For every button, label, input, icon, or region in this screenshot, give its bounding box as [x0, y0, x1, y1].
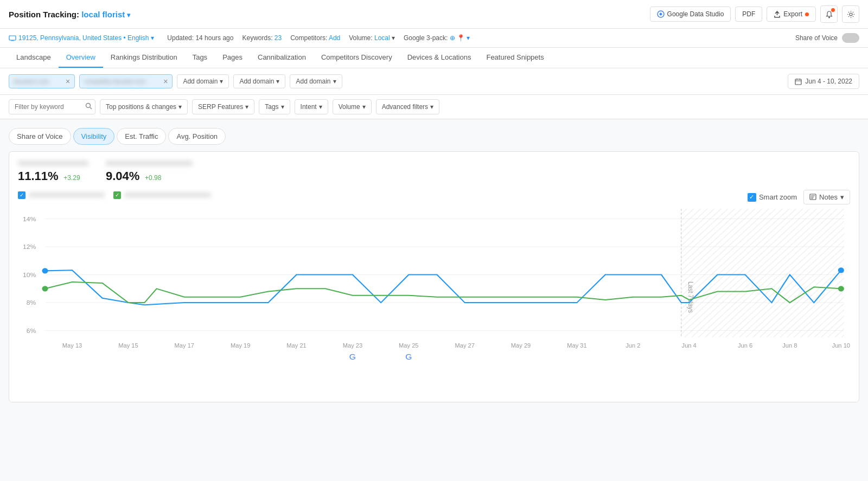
domain-checkbox-2[interactable]: ✓ [113, 191, 211, 199]
serp-features-filter[interactable]: SERP Features ▾ [192, 99, 254, 114]
domain-2-stat-row: 9.04% +0.98 [106, 169, 193, 183]
settings-button[interactable] [842, 5, 859, 23]
add-domain-button-2[interactable]: Add domain ▾ [233, 74, 285, 88]
svg-line-6 [90, 107, 92, 109]
smart-zoom-control: ✓ Smart zoom [748, 193, 797, 202]
location-text: 19125, Pennsylvania, United States • Eng… [18, 34, 149, 42]
domain-checkbox-1[interactable]: ✓ [18, 191, 105, 199]
notes-label: Notes [819, 193, 838, 201]
domain-1-text: domain1.com [14, 78, 62, 85]
domain-stat-1: 11.11% +3.29 [18, 161, 88, 183]
domain-stat-2: 9.04% +0.98 [106, 161, 193, 183]
green-line-start-dot [42, 286, 48, 291]
smart-zoom-label: Smart zoom [759, 193, 797, 201]
svg-text:Jun 6: Jun 6 [738, 342, 752, 349]
gds-button[interactable]: Google Data Studio [650, 7, 731, 22]
volume-value[interactable]: Local [374, 34, 390, 42]
notification-dot [831, 8, 835, 12]
svg-rect-3 [9, 36, 16, 40]
intent-filter[interactable]: Intent ▾ [295, 99, 328, 114]
tab-visibility[interactable]: Visibility [73, 128, 115, 145]
svg-text:May 29: May 29 [511, 342, 531, 349]
gds-label: Google Data Studio [667, 10, 724, 18]
notification-button[interactable] [820, 5, 838, 23]
tags-filter[interactable]: Tags ▾ [259, 99, 290, 114]
tab-cannibalization[interactable]: Cannibalization [250, 48, 314, 68]
search-icon [85, 102, 92, 110]
add-domain-button-3[interactable]: Add domain ▾ [290, 74, 342, 88]
monitor-icon [9, 35, 16, 41]
intent-arrow: ▾ [319, 103, 322, 111]
google3pack-icons[interactable]: ⊕ 📍 ▾ [450, 34, 470, 42]
intent-label: Intent [301, 103, 317, 111]
tab-share-of-voice[interactable]: Share of Voice [9, 128, 71, 145]
tab-overview[interactable]: Overview [59, 48, 103, 68]
blue-line-start-dot [42, 268, 48, 273]
sub-bar-meta: Updated: 14 hours ago Keywords: 23 Compe… [167, 34, 470, 42]
top-bar-left: Position Tracking: local florist ▾ [9, 10, 130, 19]
domain-1-checkbox-label [29, 193, 105, 197]
location-selector[interactable]: 19125, Pennsylvania, United States • Eng… [9, 34, 154, 42]
volume-filter[interactable]: Volume ▾ [333, 99, 372, 114]
project-dropdown-arrow[interactable]: ▾ [127, 11, 130, 19]
notes-button[interactable]: Notes ▾ [803, 190, 850, 204]
tab-rankings-distribution[interactable]: Rankings Distribution [103, 48, 185, 68]
domain-tag-2: competitor.domain.com × [79, 74, 173, 88]
keyword-filter-input[interactable] [9, 99, 95, 114]
tab-est-traffic[interactable]: Est. Traffic [117, 128, 166, 145]
gear-icon [847, 10, 855, 18]
date-range-button[interactable]: Jun 4 - 10, 2022 [788, 74, 859, 89]
add-domain-button-1[interactable]: Add domain ▾ [177, 74, 229, 88]
project-name[interactable]: local florist [81, 10, 125, 19]
tags-label: Tags [265, 103, 278, 111]
keyword-filter-wrap [9, 99, 95, 114]
svg-text:May 15: May 15 [118, 342, 138, 349]
keyword-search-button[interactable] [85, 102, 92, 111]
tab-landscape[interactable]: Landscape [9, 48, 59, 68]
check-mark-2: ✓ [115, 192, 119, 198]
share-of-voice-label: Share of Voice [795, 34, 838, 42]
domain-stats: 11.11% +3.29 9.04% +0.98 [18, 161, 193, 183]
volume-arrow: ▾ [362, 103, 366, 111]
export-button[interactable]: Export [767, 7, 816, 22]
visibility-chart: 14% 12% 10% 8% 6% Last 7 [18, 209, 850, 393]
tab-avg-position[interactable]: Avg. Position [168, 128, 226, 145]
tab-devices-locations[interactable]: Devices & Locations [400, 48, 479, 68]
domain-2-text: competitor.domain.com [84, 78, 160, 85]
keywords-count[interactable]: 23 [275, 34, 282, 42]
date-range-label: Jun 4 - 10, 2022 [805, 78, 852, 85]
nav-tabs: Landscape Overview Rankings Distribution… [0, 48, 868, 68]
volume-filter-label: Volume [339, 103, 360, 111]
tab-competitors-discovery[interactable]: Competitors Discovery [314, 48, 400, 68]
notes-arrow: ▾ [840, 193, 844, 201]
svg-rect-4 [795, 79, 801, 85]
share-of-voice-switch[interactable] [842, 33, 859, 43]
serp-features-arrow: ▾ [245, 103, 248, 111]
svg-text:May 19: May 19 [231, 342, 250, 349]
location-dropdown[interactable]: ▾ [151, 34, 154, 42]
tab-pages[interactable]: Pages [215, 48, 250, 68]
competitors-label: Competitors: [290, 34, 327, 42]
tab-tags[interactable]: Tags [185, 48, 215, 68]
tab-featured-snippets[interactable]: Featured Snippets [478, 48, 551, 68]
svg-text:May 17: May 17 [175, 342, 194, 349]
google3pack-label: Google 3-pack: [404, 34, 448, 42]
pdf-button[interactable]: PDF [735, 7, 762, 22]
competitors-add[interactable]: Add [329, 34, 340, 42]
smart-zoom-checkbox[interactable]: ✓ [748, 193, 756, 202]
svg-text:G: G [405, 352, 412, 361]
serp-features-label: SERP Features [198, 103, 243, 111]
check-mark-1: ✓ [20, 192, 24, 198]
top-positions-filter[interactable]: Top positions & changes ▾ [100, 99, 188, 114]
calendar-icon [795, 78, 802, 85]
domain-2-remove[interactable]: × [163, 77, 168, 86]
domain-tag-1: domain1.com × [9, 74, 75, 88]
add-domain-2-arrow: ▾ [276, 78, 279, 85]
volume-dropdown[interactable]: ▾ [392, 34, 395, 42]
advanced-filters-button[interactable]: Advanced filters ▾ [376, 99, 439, 114]
domain-1-stat-name [18, 161, 88, 166]
svg-text:Jun 2: Jun 2 [626, 342, 640, 349]
main-content: Share of Voice Visibility Est. Traffic A… [0, 119, 868, 481]
domain-1-remove[interactable]: × [66, 77, 70, 86]
svg-text:May 13: May 13 [62, 342, 82, 349]
